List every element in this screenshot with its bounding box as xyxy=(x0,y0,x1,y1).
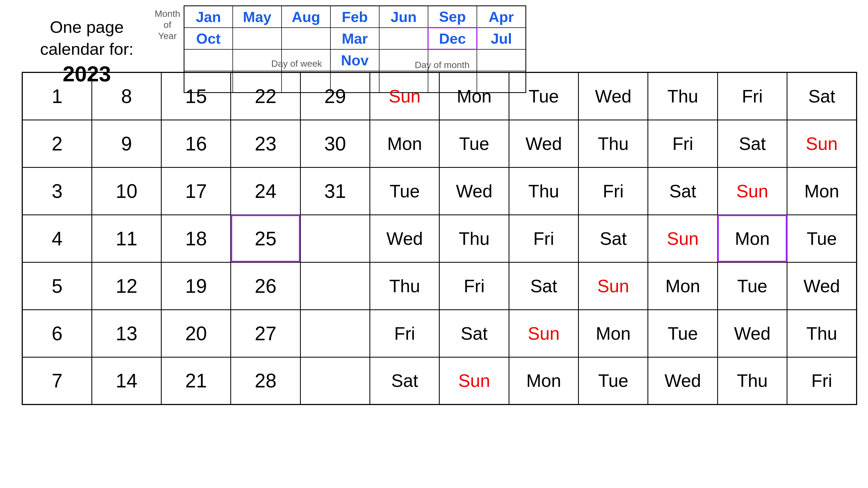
day-name-cell: Sun xyxy=(717,167,787,215)
day-name-cell: Mon xyxy=(717,215,787,262)
day-name-cell: Sat xyxy=(579,215,648,262)
month-cell: May xyxy=(233,6,282,28)
title-line1: One page calendar for: xyxy=(40,18,134,58)
day-name-cell: Tue xyxy=(509,72,578,120)
day-number-cell: 10 xyxy=(92,167,161,215)
day-name-cell: Thu xyxy=(787,310,857,357)
day-of-week-label: Day of week xyxy=(271,58,322,69)
day-number-cell: 3 xyxy=(22,167,92,215)
month-of-year-label: MonthofYear xyxy=(155,8,180,41)
day-number-cell: 25 xyxy=(231,215,300,262)
day-number-cell: 22 xyxy=(231,72,300,120)
day-number-cell: 29 xyxy=(300,72,370,120)
day-number-cell: 20 xyxy=(161,310,231,357)
day-number-cell: 31 xyxy=(300,167,370,215)
day-name-cell: Fri xyxy=(787,357,857,404)
month-cell: Sep xyxy=(428,6,477,28)
day-name-cell: Sat xyxy=(648,167,717,215)
day-name-cell: Tue xyxy=(648,310,717,357)
day-number-cell xyxy=(300,215,370,262)
day-number-cell: 26 xyxy=(231,262,300,310)
day-name-cell: Tue xyxy=(787,215,857,262)
day-number-cell: 7 xyxy=(22,357,92,404)
day-name-cell: Sat xyxy=(509,262,578,310)
day-name-cell: Fri xyxy=(579,167,648,215)
calendar-table: 18152229SunMonTueWedThuFriSat29162330Mon… xyxy=(22,72,857,405)
day-name-cell: Sun xyxy=(439,357,509,404)
month-cell: . xyxy=(379,28,428,50)
day-number-cell: 27 xyxy=(231,310,300,357)
day-name-cell: Mon xyxy=(579,310,648,357)
day-name-cell: Tue xyxy=(579,357,648,404)
day-number-cell: 1 xyxy=(22,72,92,120)
day-name-cell: Sat xyxy=(439,310,509,357)
day-number-cell: 28 xyxy=(231,357,300,404)
day-number-cell: 18 xyxy=(161,215,231,262)
day-name-cell: Sun xyxy=(370,72,439,120)
month-cell: Oct xyxy=(184,28,233,50)
day-number-cell: 5 xyxy=(22,262,92,310)
day-name-cell: Thu xyxy=(717,357,787,404)
day-name-cell: Sat xyxy=(370,357,439,404)
month-cell: Jun xyxy=(379,6,428,28)
day-number-cell: 13 xyxy=(92,310,161,357)
day-name-cell: Wed xyxy=(370,215,439,262)
day-number-cell: 4 xyxy=(22,215,92,262)
day-number-cell: 14 xyxy=(92,357,161,404)
month-cell: Jan xyxy=(184,6,233,28)
day-number-cell: 8 xyxy=(92,72,161,120)
day-name-cell: Sat xyxy=(787,72,857,120)
month-cell: Mar xyxy=(330,28,379,50)
day-name-cell: Mon xyxy=(787,167,857,215)
month-cell: . xyxy=(282,28,330,50)
day-name-cell: Mon xyxy=(509,357,578,404)
day-name-cell: Fri xyxy=(509,215,578,262)
day-name-cell: Wed xyxy=(439,167,509,215)
day-name-cell: Fri xyxy=(648,120,717,167)
day-number-cell: 11 xyxy=(92,215,161,262)
day-name-cell: Fri xyxy=(370,310,439,357)
day-name-cell: Sun xyxy=(648,215,717,262)
day-name-cell: Thu xyxy=(579,120,648,167)
day-name-cell: Fri xyxy=(439,262,509,310)
day-name-cell: Thu xyxy=(648,72,717,120)
day-name-cell: Sun xyxy=(509,310,578,357)
day-number-cell: 9 xyxy=(92,120,161,167)
day-name-cell: Sat xyxy=(717,120,787,167)
day-name-cell: Wed xyxy=(579,72,648,120)
day-name-cell: Thu xyxy=(509,167,578,215)
day-name-cell: Thu xyxy=(370,262,439,310)
month-cell: . xyxy=(233,28,282,50)
day-number-cell xyxy=(300,357,370,404)
day-number-cell: 19 xyxy=(161,262,231,310)
day-name-cell: Wed xyxy=(648,357,717,404)
day-number-cell: 2 xyxy=(22,120,92,167)
day-number-cell: 12 xyxy=(92,262,161,310)
day-number-cell: 30 xyxy=(300,120,370,167)
day-name-cell: Tue xyxy=(439,120,509,167)
day-name-cell: Sun xyxy=(579,262,648,310)
month-cell: Dec xyxy=(428,28,477,50)
day-name-cell: Tue xyxy=(717,262,787,310)
day-number-cell xyxy=(300,310,370,357)
day-number-cell: 6 xyxy=(22,310,92,357)
month-cell: Apr xyxy=(477,6,526,28)
day-of-month-label: Day of month xyxy=(22,60,857,70)
day-name-cell: Wed xyxy=(717,310,787,357)
month-cell: Feb xyxy=(330,6,379,28)
day-name-cell: Mon xyxy=(439,72,509,120)
day-number-cell: 15 xyxy=(161,72,231,120)
day-name-cell: Mon xyxy=(370,120,439,167)
day-number-cell xyxy=(300,262,370,310)
day-number-cell: 17 xyxy=(161,167,231,215)
day-name-cell: Wed xyxy=(509,120,578,167)
day-number-cell: 24 xyxy=(231,167,300,215)
day-name-cell: Sun xyxy=(787,120,857,167)
day-name-cell: Mon xyxy=(648,262,717,310)
day-number-cell: 21 xyxy=(161,357,231,404)
main-calendar: Day of month Day of week 18152229SunMonT… xyxy=(22,60,857,405)
month-cell: Jul xyxy=(477,28,526,50)
day-name-cell: Tue xyxy=(370,167,439,215)
day-name-cell: Wed xyxy=(787,262,857,310)
day-number-cell: 16 xyxy=(161,120,231,167)
